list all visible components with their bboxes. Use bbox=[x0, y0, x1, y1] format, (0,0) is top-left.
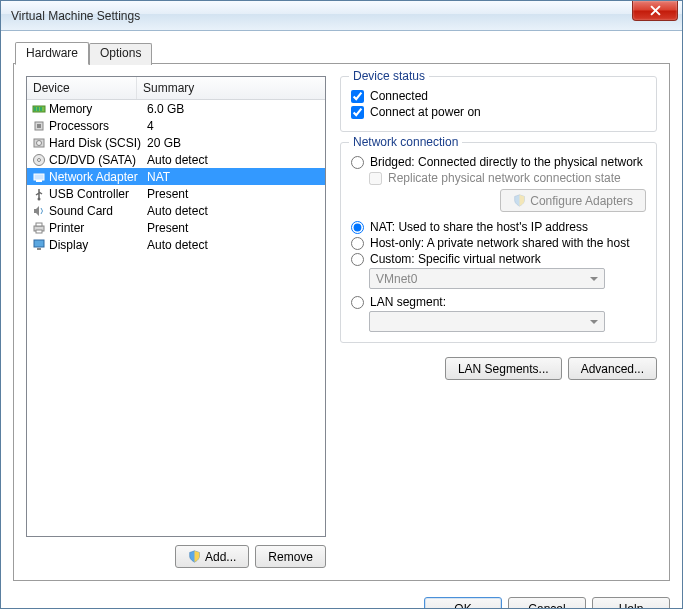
custom-network-select: VMnet0 bbox=[369, 268, 605, 289]
device-name: Memory bbox=[49, 102, 141, 116]
device-summary: 6.0 GB bbox=[141, 102, 321, 116]
connect-power-label: Connect at power on bbox=[370, 105, 481, 119]
cd-icon bbox=[31, 152, 47, 168]
help-button[interactable]: Help bbox=[592, 597, 670, 609]
dialog-footer: OK Cancel Help bbox=[1, 591, 682, 609]
svg-rect-5 bbox=[37, 124, 41, 128]
advanced-button[interactable]: Advanced... bbox=[568, 357, 657, 380]
device-name: Sound Card bbox=[49, 204, 141, 218]
cpu-icon bbox=[31, 118, 47, 134]
configure-adapters-label: Configure Adapters bbox=[530, 194, 633, 208]
tab-panel: Device Summary Memory6.0 GBProcessors4Ha… bbox=[13, 63, 670, 581]
add-button[interactable]: Add... bbox=[175, 545, 249, 568]
lan-segment-select bbox=[369, 311, 605, 332]
device-name: USB Controller bbox=[49, 187, 141, 201]
remove-button[interactable]: Remove bbox=[255, 545, 326, 568]
replicate-label: Replicate physical network connection st… bbox=[388, 171, 621, 185]
device-summary: Auto detect bbox=[141, 153, 321, 167]
close-button[interactable] bbox=[632, 1, 678, 21]
connect-power-checkbox-row[interactable]: Connect at power on bbox=[351, 105, 646, 119]
svg-rect-16 bbox=[34, 240, 44, 247]
device-summary: 20 GB bbox=[141, 136, 321, 150]
device-row-sound-card[interactable]: Sound CardAuto detect bbox=[27, 202, 325, 219]
custom-radio-row[interactable]: Custom: Specific virtual network bbox=[351, 252, 646, 266]
titlebar: Virtual Machine Settings bbox=[1, 1, 682, 31]
disk-icon bbox=[31, 135, 47, 151]
close-icon bbox=[650, 5, 661, 16]
device-name: Processors bbox=[49, 119, 141, 133]
column-device[interactable]: Device bbox=[27, 77, 137, 99]
sound-icon bbox=[31, 203, 47, 219]
bridged-radio-row[interactable]: Bridged: Connected directly to the physi… bbox=[351, 155, 646, 169]
device-summary: 4 bbox=[141, 119, 321, 133]
svg-rect-11 bbox=[36, 180, 42, 182]
network-connection-group: Network connection Bridged: Connected di… bbox=[340, 142, 657, 343]
device-row-memory[interactable]: Memory6.0 GB bbox=[27, 100, 325, 117]
device-name: Network Adapter bbox=[49, 170, 141, 184]
device-row-usb-controller[interactable]: USB ControllerPresent bbox=[27, 185, 325, 202]
custom-label: Custom: Specific virtual network bbox=[370, 252, 541, 266]
usb-icon bbox=[31, 186, 47, 202]
device-summary: NAT bbox=[141, 170, 321, 184]
network-icon bbox=[31, 169, 47, 185]
device-row-display[interactable]: DisplayAuto detect bbox=[27, 236, 325, 253]
shield-icon bbox=[513, 194, 526, 207]
svg-rect-10 bbox=[34, 174, 44, 180]
svg-point-7 bbox=[37, 140, 42, 145]
replicate-checkbox bbox=[369, 172, 382, 185]
lan-radio-row[interactable]: LAN segment: bbox=[351, 295, 646, 309]
device-row-hard-disk-scsi-[interactable]: Hard Disk (SCSI)20 GB bbox=[27, 134, 325, 151]
custom-network-value: VMnet0 bbox=[376, 272, 417, 286]
connect-power-checkbox[interactable] bbox=[351, 106, 364, 119]
custom-radio[interactable] bbox=[351, 253, 364, 266]
cancel-button[interactable]: Cancel bbox=[508, 597, 586, 609]
ok-button[interactable]: OK bbox=[424, 597, 502, 609]
device-status-legend: Device status bbox=[349, 69, 429, 83]
configure-adapters-button: Configure Adapters bbox=[500, 189, 646, 212]
tab-strip: Hardware Options bbox=[15, 41, 670, 63]
display-icon bbox=[31, 237, 47, 253]
connected-label: Connected bbox=[370, 89, 428, 103]
lan-label: LAN segment: bbox=[370, 295, 446, 309]
device-list[interactable]: Device Summary Memory6.0 GBProcessors4Ha… bbox=[26, 76, 326, 537]
device-status-group: Device status Connected Connect at power… bbox=[340, 76, 657, 132]
bridged-label: Bridged: Connected directly to the physi… bbox=[370, 155, 643, 169]
column-summary[interactable]: Summary bbox=[137, 77, 325, 99]
memory-icon bbox=[31, 101, 47, 117]
bridged-radio[interactable] bbox=[351, 156, 364, 169]
nat-radio[interactable] bbox=[351, 221, 364, 234]
svg-point-9 bbox=[38, 158, 41, 161]
replicate-checkbox-row: Replicate physical network connection st… bbox=[369, 171, 646, 185]
device-row-printer[interactable]: PrinterPresent bbox=[27, 219, 325, 236]
nat-label: NAT: Used to share the host's IP address bbox=[370, 220, 588, 234]
device-summary: Present bbox=[141, 187, 321, 201]
device-name: Display bbox=[49, 238, 141, 252]
shield-icon bbox=[188, 550, 201, 563]
lan-radio[interactable] bbox=[351, 296, 364, 309]
hostonly-radio[interactable] bbox=[351, 237, 364, 250]
printer-icon bbox=[31, 220, 47, 236]
lan-segments-button[interactable]: LAN Segments... bbox=[445, 357, 562, 380]
device-row-network-adapter[interactable]: Network AdapterNAT bbox=[27, 168, 325, 185]
svg-rect-1 bbox=[34, 107, 36, 111]
svg-rect-2 bbox=[37, 107, 39, 111]
svg-rect-15 bbox=[36, 230, 42, 233]
svg-point-12 bbox=[38, 197, 41, 200]
connected-checkbox-row[interactable]: Connected bbox=[351, 89, 646, 103]
device-row-cd-dvd-sata-[interactable]: CD/DVD (SATA)Auto detect bbox=[27, 151, 325, 168]
device-summary: Present bbox=[141, 221, 321, 235]
svg-rect-14 bbox=[36, 223, 42, 226]
device-summary: Auto detect bbox=[141, 238, 321, 252]
hostonly-label: Host-only: A private network shared with… bbox=[370, 236, 629, 250]
nat-radio-row[interactable]: NAT: Used to share the host's IP address bbox=[351, 220, 646, 234]
tab-hardware[interactable]: Hardware bbox=[15, 42, 89, 65]
hostonly-radio-row[interactable]: Host-only: A private network shared with… bbox=[351, 236, 646, 250]
tab-options[interactable]: Options bbox=[89, 43, 152, 65]
device-list-header: Device Summary bbox=[27, 77, 325, 100]
device-summary: Auto detect bbox=[141, 204, 321, 218]
svg-rect-3 bbox=[40, 107, 42, 111]
svg-rect-17 bbox=[37, 248, 41, 250]
device-name: Printer bbox=[49, 221, 141, 235]
connected-checkbox[interactable] bbox=[351, 90, 364, 103]
device-row-processors[interactable]: Processors4 bbox=[27, 117, 325, 134]
